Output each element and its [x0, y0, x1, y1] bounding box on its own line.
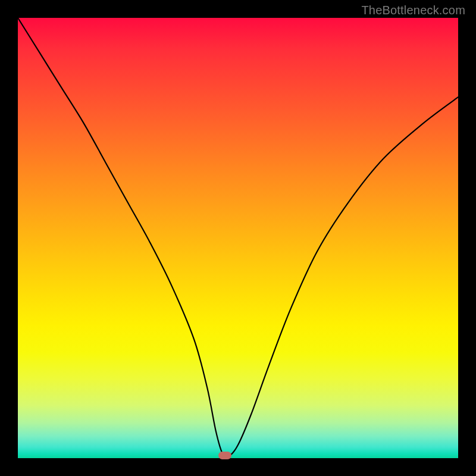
chart-frame: TheBottleneck.com: [0, 0, 476, 476]
watermark-text: TheBottleneck.com: [361, 4, 465, 17]
optimal-point-marker: [218, 452, 231, 459]
bottleneck-curve: [18, 18, 458, 458]
plot-area: [18, 18, 458, 458]
